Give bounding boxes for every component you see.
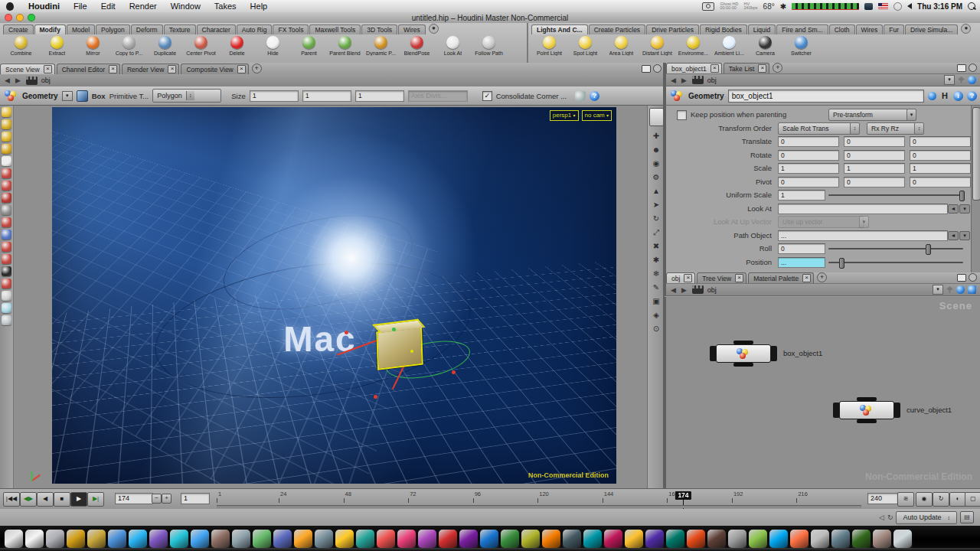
dock-icon-42[interactable] <box>852 530 871 548</box>
dock-icon-7[interactable] <box>129 530 147 548</box>
viewport-tool-icon-r3[interactable]: ◉ <box>651 158 662 169</box>
dropdown-arrows-icon[interactable]: ↕ <box>850 122 860 135</box>
viewport-tool-scrollbox[interactable] <box>649 108 664 126</box>
play-reverse-button[interactable]: ◀▶ <box>20 492 37 507</box>
scale-y-field[interactable]: 1 <box>844 163 905 174</box>
dock-icon-17[interactable] <box>335 530 354 548</box>
size-y-field[interactable]: 1 <box>302 90 351 102</box>
forward-arrow-icon[interactable]: ▶ <box>14 77 22 84</box>
viewport-tool-icon-4[interactable] <box>2 144 11 154</box>
maximize-pane-icon[interactable] <box>957 64 966 72</box>
translate-z-field[interactable]: 0 <box>910 136 971 147</box>
viewport-tool-icon-16[interactable] <box>2 291 11 301</box>
split-pane-icon[interactable] <box>653 64 662 73</box>
select-node-icon[interactable] <box>928 92 936 100</box>
context-dropdown-icon[interactable]: ▾ <box>62 91 73 101</box>
handle-dot-green[interactable] <box>392 328 396 331</box>
path-object-field[interactable]: ... <box>778 230 948 241</box>
size-x-field[interactable]: 1 <box>250 90 299 102</box>
shelf-tool-environme[interactable]: Environme... <box>675 34 711 62</box>
undo-memory-icon[interactable]: ◁ <box>879 514 884 521</box>
viewport-render-area[interactable]: Mac persp1 ▾ no cam ▾ Non-Commercial Edi… <box>52 107 616 484</box>
node-chooser-icon[interactable]: ◄ <box>948 204 959 214</box>
update-icon[interactable]: ↻ <box>887 514 893 521</box>
back-arrow-icon[interactable]: ◀ <box>669 77 678 84</box>
node-flag-right[interactable] <box>770 346 777 361</box>
close-tab-icon[interactable]: × <box>735 274 743 282</box>
help-icon[interactable]: ? <box>590 91 599 101</box>
viewport-tool-icon-r14[interactable]: ◈ <box>651 310 662 321</box>
decrement-frame-button[interactable]: − <box>152 494 162 504</box>
shelfL-tab-3d-tools[interactable]: 3D Tools <box>361 24 397 34</box>
viewport-tool-icon-14[interactable] <box>2 266 11 276</box>
network-tab-material-palette[interactable]: Material Palette× <box>748 272 814 283</box>
shelf-tool-delete[interactable]: Delete <box>219 34 255 62</box>
pivot-y-field[interactable]: 0 <box>844 177 905 187</box>
dock-icon-23[interactable] <box>459 530 478 548</box>
scene-tab-composite-view[interactable]: Composite View× <box>181 64 248 74</box>
playback-frame-field[interactable]: 174 <box>115 493 153 504</box>
viewport-tool-icon-10[interactable] <box>2 217 11 227</box>
split-pane-icon[interactable] <box>969 273 977 282</box>
rotate-order-dropdown[interactable]: Rx Ry Rz <box>867 122 916 135</box>
path-dropdown-icon[interactable]: ▾ <box>944 75 955 85</box>
viewport-tool-icon-r11[interactable]: ❄ <box>651 269 662 279</box>
viewport-tool-icon-15[interactable] <box>2 279 11 289</box>
viewport-tool-icon-r9[interactable]: ✖ <box>651 241 662 252</box>
help-letter-button[interactable]: H <box>940 91 949 100</box>
shelfR-tab-fur[interactable]: Fur <box>884 24 904 34</box>
close-tab-icon[interactable]: × <box>109 65 117 73</box>
viewport-tool-icon-r10[interactable]: ✱ <box>651 255 662 266</box>
dock-icon-15[interactable] <box>294 530 312 548</box>
dock-icon-22[interactable] <box>439 530 457 548</box>
shelf-tool-combine[interactable]: Combine <box>3 34 39 62</box>
close-tab-icon[interactable]: × <box>168 65 176 73</box>
shelf-tool-look-at[interactable]: Look At <box>435 34 471 62</box>
position-slider[interactable] <box>828 262 963 263</box>
shelf-tool-camera[interactable]: Camera <box>747 34 783 62</box>
roll-field[interactable]: 0 <box>778 243 825 254</box>
consolidate-checkbox[interactable]: ✓ <box>482 91 492 101</box>
menu-window[interactable]: Window <box>164 2 207 11</box>
viewport-pane[interactable]: Mac persp1 ▾ no cam ▾ Non-Commercial Edi… <box>14 106 647 488</box>
shelf-tool-parent-blend[interactable]: Parent Blend <box>327 34 363 62</box>
increment-frame-button[interactable]: + <box>162 494 172 504</box>
cam-state-badge[interactable]: no cam ▾ <box>582 110 612 121</box>
shelf-tool-mirror[interactable]: Mirror <box>75 34 111 62</box>
shelfR-add-shelf-icon[interactable]: ● <box>961 24 971 34</box>
dock-icon-19[interactable] <box>377 530 395 548</box>
menu-takes[interactable]: Takes <box>207 2 243 11</box>
node-name-field[interactable]: box_object1 <box>728 90 924 103</box>
sync-circle-icon[interactable] <box>893 2 902 11</box>
dock-icon-32[interactable] <box>645 530 664 548</box>
range-end-field[interactable]: 240 <box>867 493 898 504</box>
viewport-tool-icon-7[interactable] <box>2 181 11 191</box>
viewport-tool-icon-18[interactable] <box>2 315 11 325</box>
dock-icon-31[interactable] <box>625 530 643 548</box>
pane-divider[interactable] <box>663 63 665 488</box>
dock-icon-13[interactable] <box>253 530 271 548</box>
dock-icon-35[interactable] <box>707 530 726 548</box>
close-tab-icon[interactable]: × <box>710 64 719 73</box>
dock-icon-37[interactable] <box>749 530 767 548</box>
dock-icon-41[interactable] <box>831 530 850 548</box>
shelfL-tab-fx-tools[interactable]: FX Tools <box>273 24 309 34</box>
viewport-tool-icon-r4[interactable]: ⚙ <box>651 172 662 183</box>
dock-icon-1[interactable] <box>5 530 23 548</box>
params-tab-take-list[interactable]: Take List× <box>724 63 770 73</box>
size-z-field[interactable]: 1 <box>355 90 404 102</box>
viewport-tool-icon-r1[interactable]: ✚ <box>651 131 662 142</box>
viewport-tool-icon-3[interactable] <box>2 132 11 142</box>
scene-tab-render-view[interactable]: Render View× <box>122 64 180 74</box>
params-path-text[interactable]: obj <box>707 77 717 84</box>
loop-mode-button[interactable]: ↻ <box>933 492 949 507</box>
pin-icon[interactable] <box>958 77 965 83</box>
network-new-tab-icon[interactable]: + <box>817 272 827 282</box>
shelfR-tab-cloth[interactable]: Cloth <box>829 24 855 34</box>
snap-icon[interactable] <box>575 91 586 101</box>
node-output-connector[interactable] <box>857 419 877 423</box>
sync-target-icon[interactable] <box>968 76 976 84</box>
network-tab-obj[interactable]: obj× <box>666 272 695 283</box>
input-language-flag-icon[interactable] <box>878 3 888 9</box>
dock-icon-14[interactable] <box>273 530 292 548</box>
